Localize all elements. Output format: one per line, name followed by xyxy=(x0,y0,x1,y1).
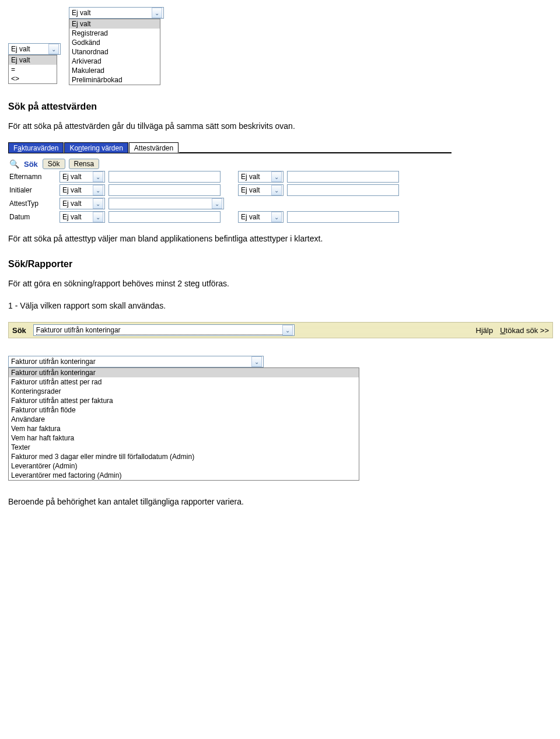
chevron-down-icon: ⌄ xyxy=(93,185,103,195)
report-dropdown-expanded[interactable]: Fakturor utifrån konteringar ⌄ Fakturor … xyxy=(8,356,552,481)
operator-list[interactable]: Ej valt = <> xyxy=(8,55,57,84)
chevron-down-icon: ⌄ xyxy=(93,171,103,182)
list-item[interactable]: Godkänd xyxy=(69,38,160,47)
chevron-down-icon: ⌄ xyxy=(212,198,222,209)
initialer-input[interactable] xyxy=(108,184,220,196)
list-item[interactable]: Fakturor utifrån attest per rad xyxy=(9,377,359,387)
status-dropdown[interactable]: Ej valt ⌄ Ej valt Registrerad Godkänd Ut… xyxy=(69,7,164,85)
list-item[interactable]: Arkiverad xyxy=(69,57,160,66)
label-attesttyp: AttestTyp xyxy=(9,199,56,208)
list-item[interactable]: Makulerad xyxy=(69,66,160,75)
chevron-down-icon: ⌄ xyxy=(48,44,59,54)
list-item[interactable]: Ej valt xyxy=(69,19,160,29)
paragraph: För att göra en sökning/rapport behöves … xyxy=(8,278,552,289)
binoculars-icon: 🔍 xyxy=(9,159,19,169)
report-list[interactable]: Fakturor utifrån konteringar Fakturor ut… xyxy=(8,367,359,481)
sok-label: Sök xyxy=(24,160,38,169)
sok-label: Sök xyxy=(12,326,26,335)
initialer-op2[interactable]: Ej valt⌄ xyxy=(238,184,284,196)
list-item[interactable]: Fakturor utifrån attest per faktura xyxy=(9,396,359,405)
rensa-button[interactable]: Rensa xyxy=(69,159,100,169)
hjalp-link[interactable]: Hjälp xyxy=(476,326,494,335)
attesttyp-op[interactable]: Ej valt⌄ xyxy=(60,198,105,209)
tab-fakturavarden[interactable]: Fakturavärden xyxy=(8,142,64,153)
chevron-down-icon: ⌄ xyxy=(251,356,262,367)
attesttyp-select[interactable]: ⌄ xyxy=(108,198,224,209)
list-item[interactable]: Registrerad xyxy=(69,29,160,38)
initialer-op[interactable]: Ej valt⌄ xyxy=(60,184,105,196)
chevron-down-icon: ⌄ xyxy=(93,198,103,209)
list-item[interactable]: = xyxy=(9,65,57,74)
list-item[interactable]: Ej valt xyxy=(9,55,57,65)
top-dropdowns: Ej valt ⌄ Ej valt = <> Ej valt ⌄ Ej valt… xyxy=(8,6,552,85)
report-dd-closed[interactable]: Fakturor utifrån konteringar ⌄ xyxy=(8,356,264,367)
list-item[interactable]: Fakturor med 3 dagar eller mindre till f… xyxy=(9,452,359,461)
efternamn-input[interactable] xyxy=(108,171,220,183)
efternamn-input2[interactable] xyxy=(287,171,399,183)
heading-attestvarden: Sök på attestvärden xyxy=(8,101,552,112)
chevron-down-icon: ⌄ xyxy=(271,212,282,222)
chevron-down-icon: ⌄ xyxy=(282,325,292,335)
list-item[interactable]: Leverantörer med factoring (Admin) xyxy=(9,471,359,480)
efternamn-op[interactable]: Ej valt⌄ xyxy=(60,171,105,183)
status-value: Ej valt xyxy=(72,9,91,17)
list-item[interactable]: Konteringsrader xyxy=(9,387,359,396)
label-efternamn: Efternamn xyxy=(9,173,56,181)
list-item[interactable]: Preliminärbokad xyxy=(69,75,160,85)
list-item[interactable]: <> xyxy=(9,74,57,83)
tab-kontering[interactable]: Kontering värden xyxy=(64,142,128,153)
initialer-input2[interactable] xyxy=(287,184,399,196)
efternamn-op2[interactable]: Ej valt⌄ xyxy=(238,171,284,183)
chevron-down-icon: ⌄ xyxy=(271,185,282,195)
tab-bar: Fakturavärden Kontering värden Attestvär… xyxy=(8,142,452,153)
list-item[interactable]: Vem har faktura xyxy=(9,424,359,433)
list-item[interactable]: Fakturor utifrån flöde xyxy=(9,405,359,415)
paragraph: För att söka på attesttyp väljer man bla… xyxy=(8,233,552,244)
sok-toolbar: Sök Fakturor utifrån konteringar ⌄ Hjälp… xyxy=(8,322,553,338)
status-list[interactable]: Ej valt Registrerad Godkänd Utanordnad A… xyxy=(69,19,160,85)
datum-op[interactable]: Ej valt⌄ xyxy=(60,211,105,223)
chevron-down-icon: ⌄ xyxy=(152,8,162,18)
label-initialer: Initialer xyxy=(9,186,56,194)
list-item[interactable]: Texter xyxy=(9,443,359,452)
heading-sok-rapporter: Sök/Rapporter xyxy=(8,259,552,269)
list-item[interactable]: Vem har haft faktura xyxy=(9,433,359,443)
operator-value: Ej valt xyxy=(11,45,30,53)
list-item[interactable]: Leverantörer (Admin) xyxy=(9,461,359,471)
paragraph: 1 - Välja vilken rapport som skall använ… xyxy=(8,300,552,311)
label-datum: Datum xyxy=(9,213,56,221)
report-select[interactable]: Fakturor utifrån konteringar ⌄ xyxy=(33,324,295,336)
chevron-down-icon: ⌄ xyxy=(93,212,103,222)
datum-input[interactable] xyxy=(108,211,220,223)
datum-op2[interactable]: Ej valt⌄ xyxy=(238,211,284,223)
tab-attestvarden[interactable]: Attestvärden xyxy=(129,142,178,153)
operator-dropdown[interactable]: Ej valt ⌄ Ej valt = <> xyxy=(8,43,61,84)
chevron-down-icon: ⌄ xyxy=(271,171,282,182)
list-item[interactable]: Användare xyxy=(9,415,359,424)
list-item[interactable]: Fakturor utifrån konteringar xyxy=(9,368,359,377)
list-item[interactable]: Utanordnad xyxy=(69,47,160,57)
paragraph: För att söka på attestvärden går du till… xyxy=(8,120,552,132)
datum-input2[interactable] xyxy=(287,211,399,223)
sok-button[interactable]: Sök xyxy=(43,159,65,169)
paragraph: Beroende på behörighet kan antalet tillg… xyxy=(8,496,552,507)
search-panel: Fakturavärden Kontering värden Attestvär… xyxy=(8,142,452,227)
utokad-sok-link[interactable]: Utökad sök >> xyxy=(500,326,549,335)
